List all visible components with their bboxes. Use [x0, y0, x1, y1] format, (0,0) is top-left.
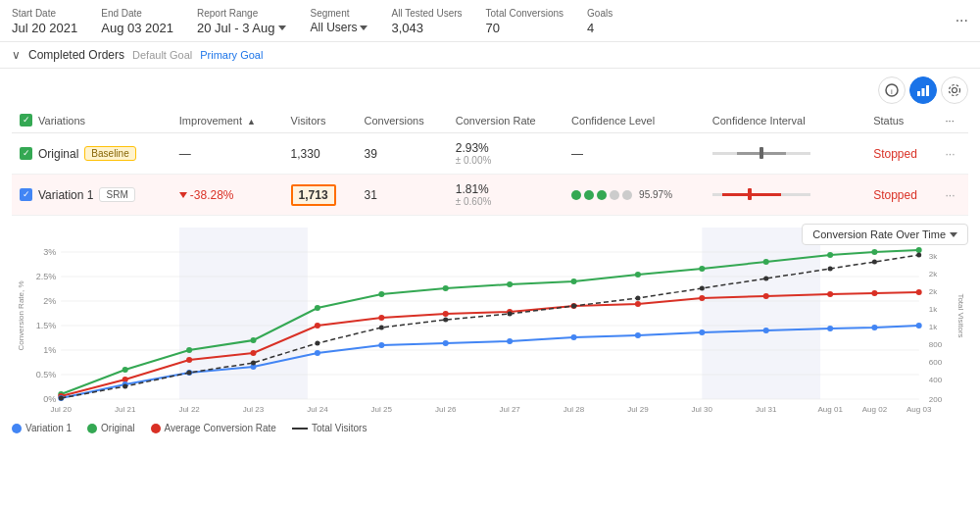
svg-point-75 [763, 293, 769, 299]
svg-text:3%: 3% [43, 247, 56, 257]
svg-text:3k: 3k [929, 252, 938, 261]
svg-text:Jul 29: Jul 29 [627, 405, 649, 414]
svg-point-102 [571, 304, 576, 309]
report-range-section: Report Range 20 Jul - 3 Aug [197, 8, 311, 35]
variation-name-cell: Original Baseline [12, 133, 172, 175]
original-status: Stopped [865, 133, 937, 175]
svg-text:Jul 27: Jul 27 [499, 405, 520, 414]
svg-point-107 [872, 260, 877, 265]
svg-point-51 [186, 347, 192, 353]
chart-area: 0% 0.5% 1% 1.5% 2% 2.5% 3% 200 400 600 8… [12, 228, 968, 419]
svg-point-77 [871, 290, 877, 296]
total-conversions-section: Total Conversions 70 [486, 8, 587, 35]
variation1-more-button[interactable]: ··· [938, 175, 968, 216]
confidence-dot-3 [597, 190, 607, 200]
original-ci [705, 133, 865, 175]
svg-text:Jul 28: Jul 28 [564, 405, 585, 414]
primary-goal-link[interactable]: Primary Goal [200, 49, 263, 61]
all-tested-label: All Tested Users [391, 8, 462, 19]
info-icon: i [885, 83, 899, 97]
svg-text:Jul 30: Jul 30 [692, 405, 713, 414]
confidence-dots: 95.97% [571, 189, 697, 200]
variation1-checkbox[interactable] [20, 188, 32, 201]
variation1-visitors: 1,713 [283, 175, 357, 216]
svg-text:Jul 31: Jul 31 [756, 405, 777, 414]
svg-text:2k: 2k [929, 287, 938, 296]
original-checkbox[interactable] [20, 147, 32, 160]
toolbar-row: i [12, 69, 968, 108]
svg-point-74 [699, 295, 705, 301]
svg-point-5 [953, 88, 957, 93]
info-icon-button[interactable]: i [878, 76, 906, 104]
end-date-label: End Date [101, 8, 173, 19]
legend-original-icon [87, 424, 97, 433]
svg-point-73 [635, 301, 641, 307]
svg-point-90 [763, 328, 769, 333]
sort-icon: ▲ [247, 117, 256, 126]
svg-point-62 [871, 249, 877, 255]
segment-select[interactable]: All Users [310, 21, 368, 34]
svg-rect-2 [917, 91, 920, 96]
legend-original-label: Original [101, 423, 134, 433]
col-variations: Variations [12, 108, 172, 133]
end-date-section: End Date Aug 03 2021 [101, 8, 197, 35]
chart-icon-button[interactable] [909, 76, 937, 104]
original-visitors: 1,330 [283, 133, 357, 175]
svg-text:Jul 26: Jul 26 [435, 405, 457, 414]
svg-text:400: 400 [929, 376, 943, 384]
segment-arrow-icon [360, 25, 368, 30]
svg-text:Jul 20: Jul 20 [51, 405, 73, 414]
svg-text:800: 800 [929, 340, 943, 349]
svg-point-78 [916, 289, 922, 295]
svg-rect-4 [926, 85, 929, 96]
variation1-improvement: -38.28% [172, 175, 283, 216]
svg-point-108 [916, 253, 921, 258]
chart-svg: 0% 0.5% 1% 1.5% 2% 2.5% 3% 200 400 600 8… [12, 228, 968, 419]
svg-point-55 [443, 285, 449, 291]
col-confidence-interval: Confidence Interval [705, 108, 865, 133]
legend-avg-conv-rate: Average Conversion Rate [151, 423, 276, 433]
confidence-dot-4 [610, 190, 619, 200]
more-menu-button[interactable]: ··· [956, 8, 968, 29]
svg-point-101 [508, 312, 513, 317]
total-conv-label: Total Conversions [486, 8, 564, 19]
confidence-dot-2 [584, 190, 594, 200]
svg-point-87 [571, 334, 577, 340]
svg-text:0.5%: 0.5% [36, 370, 57, 380]
svg-point-67 [250, 350, 256, 356]
chart-type-dropdown[interactable]: Conversion Rate Over Time [802, 224, 968, 245]
svg-text:200: 200 [929, 395, 943, 404]
chart-bar-icon [916, 83, 930, 97]
svg-point-83 [315, 350, 320, 356]
variation1-name: Variation 1 [38, 188, 93, 202]
top-bar: Start Date Jul 20 2021 End Date Aug 03 2… [0, 0, 980, 42]
default-goal-link[interactable]: Default Goal [132, 49, 192, 61]
svg-text:Jul 21: Jul 21 [115, 405, 136, 414]
report-range-value[interactable]: 20 Jul - 3 Aug [197, 21, 287, 35]
svg-text:600: 600 [929, 358, 943, 367]
original-more-button[interactable]: ··· [938, 133, 968, 175]
legend-variation1-label: Variation 1 [25, 423, 72, 433]
svg-point-6 [950, 85, 960, 96]
variation1-conv-rate: 1.81% ± 0.60% [448, 175, 564, 216]
col-improvement[interactable]: Improvement ▲ [172, 108, 283, 133]
report-range-label: Report Range [197, 8, 287, 19]
end-date-value: Aug 03 2021 [101, 21, 173, 35]
svg-point-106 [828, 267, 833, 272]
confidence-dot-5 [622, 190, 632, 200]
col-visitors: Visitors [283, 108, 357, 133]
svg-point-70 [443, 311, 449, 317]
original-name: Original [38, 147, 78, 161]
collapse-arrow-icon[interactable]: ∨ [12, 48, 21, 62]
svg-text:1%: 1% [43, 345, 56, 355]
all-tested-section: All Tested Users 3,043 [391, 8, 485, 35]
svg-text:Jul 25: Jul 25 [371, 405, 393, 414]
svg-text:Conversion Rate, %: Conversion Rate, % [17, 280, 25, 350]
select-all-checkbox[interactable] [20, 114, 32, 126]
svg-point-57 [571, 278, 577, 284]
legend-total-visitors: Total Visitors [292, 423, 368, 433]
settings-icon-button[interactable] [941, 76, 968, 104]
svg-text:Total Visitors: Total Visitors [956, 293, 965, 337]
table-row: Original Baseline — 1,330 39 2.93% ± 0.0… [12, 133, 968, 175]
original-conv-rate: 2.93% ± 0.00% [448, 133, 564, 175]
